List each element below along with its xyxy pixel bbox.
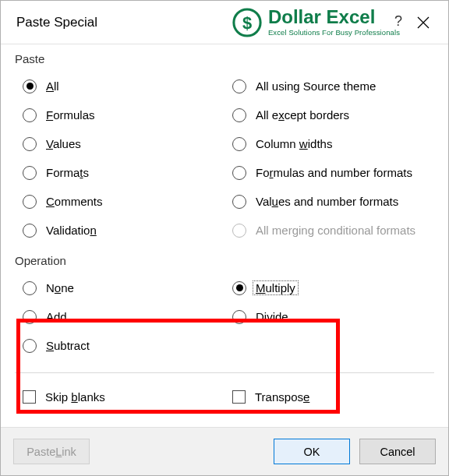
radio-icon [23,310,37,324]
radio-label: Validation [46,224,97,237]
radio-label: Column widths [256,137,332,150]
checkbox-label: Skip blanks [45,390,105,404]
radio-multiply[interactable]: Multiply [232,273,434,302]
radio-values-num[interactable]: Values and number formats [232,187,434,216]
radio-validation[interactable]: Validation [23,216,224,245]
cancel-button[interactable]: Cancel [359,439,436,464]
paste-options: All All using Source theme Formulas All … [15,69,434,249]
radio-icon [232,281,246,295]
radio-label: None [46,281,74,294]
operation-options: None Multiply Add Divide Subtract [15,270,434,365]
radio-label: Add [46,310,67,323]
radio-icon [23,339,37,353]
radio-subtract[interactable]: Subtract [23,331,224,360]
radio-comments[interactable]: Comments [23,187,224,216]
checkbox-icon [23,390,36,404]
divider [15,372,434,373]
close-button[interactable] [408,7,439,38]
radio-label: Subtract [46,339,90,352]
radio-icon [23,137,37,151]
paste-link-button[interactable]: Paste Link [13,439,90,464]
radio-icon [23,166,37,180]
radio-formulas[interactable]: Formulas [23,100,224,129]
radio-none[interactable]: None [23,273,224,302]
dollar-circle-icon: $ [232,8,262,37]
brand-name: Dollar Excel [268,8,400,26]
brand-watermark: $ Dollar Excel Excel Solutions For Busy … [232,8,400,37]
radio-icon [23,108,37,122]
titlebar: Paste Special $ Dollar Excel Excel Solut… [1,1,448,44]
radio-label: Formats [46,166,89,179]
radio-icon [23,224,37,238]
extra-options: Skip blanks Transpose [15,379,434,414]
radio-label: Comments [46,195,103,208]
radio-icon [232,79,246,93]
radio-label: All using Source theme [256,79,376,93]
radio-values[interactable]: Values [23,129,224,158]
button-bar: Paste Link OK Cancel [1,427,448,475]
checkbox-label: Transpose [255,390,309,404]
radio-label: Formulas [46,108,95,122]
radio-label: All except borders [256,108,349,122]
radio-divide[interactable]: Divide [232,302,434,331]
radio-icon [232,166,246,180]
dialog-title: Paste Special [16,15,97,30]
radio-icon [232,137,246,151]
radio-icon [232,108,246,122]
ok-button[interactable]: OK [274,439,350,464]
radio-label: Formulas and number formats [256,166,412,179]
radio-except-borders[interactable]: All except borders [232,100,434,129]
radio-icon [232,310,246,324]
radio-label: Divide [256,310,288,323]
check-transpose[interactable]: Transpose [232,384,434,409]
paste-special-dialog: Paste Special $ Dollar Excel Excel Solut… [0,0,449,476]
check-skip-blanks[interactable]: Skip blanks [23,384,224,409]
radio-icon [23,281,37,295]
radio-icon [232,195,246,209]
paste-group-label: Paste [15,52,434,65]
radio-col-widths[interactable]: Column widths [232,129,434,158]
radio-label: All merging conditional formats [256,224,415,237]
radio-add[interactable]: Add [23,302,224,331]
close-icon [417,16,430,29]
radio-label: Values [46,137,81,150]
radio-source-theme[interactable]: All using Source theme [232,72,434,100]
radio-label: Values and number formats [256,195,398,208]
radio-label: All [46,79,59,93]
radio-formulas-num[interactable]: Formulas and number formats [232,158,434,187]
radio-icon [23,195,37,209]
checkbox-icon [232,390,246,404]
radio-merge-cond: All merging conditional formats [232,216,434,245]
radio-icon [232,224,246,238]
radio-icon [23,79,37,93]
svg-text:$: $ [242,12,252,32]
radio-label: Multiply [256,281,295,294]
brand-tagline: Excel Solutions For Busy Professionals [268,29,400,37]
radio-formats[interactable]: Formats [23,158,224,187]
radio-all[interactable]: All [23,72,224,100]
operation-group-label: Operation [15,254,434,267]
